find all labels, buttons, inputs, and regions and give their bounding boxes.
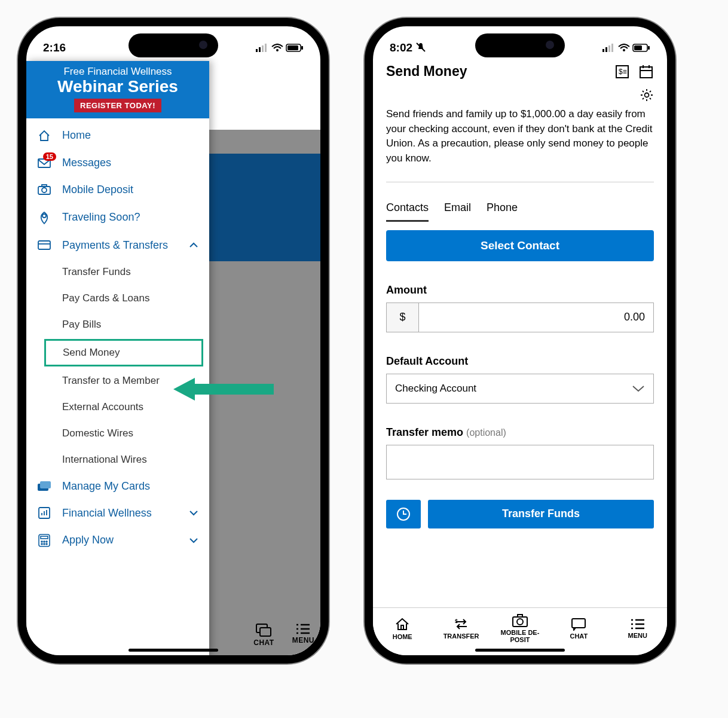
svg-marker-37 bbox=[173, 378, 274, 401]
wifi-icon bbox=[271, 44, 283, 52]
chart-icon bbox=[37, 507, 51, 519]
subitem-send-money[interactable]: Send Money bbox=[44, 339, 203, 366]
sidebar-item-deposit[interactable]: Mobile Deposit bbox=[26, 176, 209, 203]
memo-input[interactable] bbox=[386, 445, 654, 479]
svg-point-12 bbox=[42, 214, 46, 218]
sidebar-item-label: Manage My Cards bbox=[62, 480, 150, 493]
amount-input-group: $ bbox=[386, 303, 654, 332]
page-title: Send Money bbox=[386, 63, 467, 80]
calendar-icon[interactable] bbox=[638, 64, 654, 80]
svg-point-53 bbox=[645, 93, 649, 97]
bottom-chat[interactable]: CHAT bbox=[253, 623, 274, 647]
transfer-funds-button[interactable]: Transfer Funds bbox=[428, 500, 654, 528]
select-contact-button[interactable]: Select Contact bbox=[386, 230, 654, 261]
sidebar-item-label: Traveling Soon? bbox=[62, 211, 140, 224]
sidebar-item-home[interactable]: Home bbox=[26, 122, 209, 149]
sidebar-item-messages[interactable]: 15 Messages bbox=[26, 149, 209, 176]
svg-rect-3 bbox=[265, 44, 267, 52]
signal-icon bbox=[602, 44, 616, 52]
menu-icon bbox=[630, 618, 646, 630]
card-icon bbox=[37, 240, 51, 250]
subitem-domestic-wires[interactable]: Domestic Wires bbox=[26, 420, 209, 447]
subitem-pay-bills[interactable]: Pay Bills bbox=[26, 311, 209, 338]
nav-chat[interactable]: CHAT bbox=[557, 618, 600, 640]
camera-icon bbox=[37, 184, 51, 195]
chat-icon bbox=[255, 623, 272, 637]
nav-menu[interactable]: MENU bbox=[616, 618, 659, 640]
promo-line1: Free Financial Wellness bbox=[30, 66, 206, 78]
amount-input[interactable] bbox=[419, 303, 653, 332]
cards-icon bbox=[37, 481, 51, 491]
sidebar-item-label: Payments & Transfers bbox=[62, 239, 168, 252]
promo-cta[interactable]: REGISTER TODAY! bbox=[74, 99, 161, 112]
subitem-pay-cards[interactable]: Pay Cards & Loans bbox=[26, 285, 209, 311]
battery-icon bbox=[286, 44, 304, 52]
svg-point-27 bbox=[44, 543, 45, 545]
svg-rect-59 bbox=[518, 615, 522, 617]
divider bbox=[386, 182, 654, 182]
sidebar-item-wellness[interactable]: Financial Wellness bbox=[26, 500, 209, 527]
phone-right: 8:02 Send Money $≡ Send friends and fami… bbox=[365, 18, 675, 664]
chevron-down-icon bbox=[632, 385, 645, 392]
phone-notch bbox=[129, 33, 218, 57]
nav-deposit[interactable]: MOBILE DE- POSIT bbox=[498, 614, 542, 643]
svg-rect-11 bbox=[42, 185, 47, 187]
svg-rect-7 bbox=[301, 46, 303, 50]
settings-icon[interactable] bbox=[640, 88, 654, 102]
tab-email[interactable]: Email bbox=[444, 201, 471, 222]
intro-text: Send friends and family up to $1,000.00 … bbox=[386, 107, 654, 166]
chevron-down-icon bbox=[189, 510, 198, 516]
sidebar-item-label: Mobile Deposit bbox=[62, 184, 133, 196]
home-icon bbox=[394, 617, 410, 631]
subitem-intl-wires[interactable]: International Wires bbox=[26, 447, 209, 473]
svg-point-4 bbox=[276, 49, 279, 51]
pin-icon bbox=[37, 210, 51, 225]
bottom-nav: HOME $ TRANSFER MOBILE DE- POSIT CHAT ME… bbox=[373, 607, 667, 655]
svg-rect-40 bbox=[605, 47, 607, 52]
schedule-button[interactable] bbox=[386, 500, 421, 528]
currency-symbol: $ bbox=[387, 303, 419, 332]
nav-home[interactable]: HOME bbox=[381, 617, 424, 641]
sidebar-item-label: Financial Wellness bbox=[62, 507, 152, 520]
svg-rect-13 bbox=[38, 241, 50, 249]
sidebar-item-travel[interactable]: Traveling Soon? bbox=[26, 203, 209, 232]
camera-icon bbox=[512, 614, 528, 627]
annotation-arrow bbox=[173, 375, 275, 403]
receipt-icon[interactable]: $≡ bbox=[614, 64, 630, 80]
svg-rect-0 bbox=[256, 49, 258, 52]
contact-tabs: Contacts Email Phone bbox=[386, 201, 654, 222]
svg-point-43 bbox=[623, 49, 625, 51]
battery-icon bbox=[632, 44, 650, 52]
svg-point-26 bbox=[41, 543, 42, 545]
svg-point-58 bbox=[517, 619, 523, 625]
sidebar-item-label: Home bbox=[62, 129, 91, 142]
account-select[interactable]: Checking Account bbox=[386, 374, 654, 404]
svg-rect-1 bbox=[259, 47, 261, 52]
sidebar-item-label: Apply Now bbox=[62, 534, 114, 546]
bottom-bar-peek: CHAT MENU bbox=[253, 623, 314, 647]
sidebar-item-payments[interactable]: Payments & Transfers bbox=[26, 232, 209, 259]
subitem-transfer-funds[interactable]: Transfer Funds bbox=[26, 259, 209, 285]
svg-rect-41 bbox=[608, 45, 610, 52]
tab-contacts[interactable]: Contacts bbox=[386, 201, 429, 222]
bottom-menu[interactable]: MENU bbox=[292, 623, 314, 647]
svg-point-28 bbox=[46, 543, 47, 545]
account-value: Checking Account bbox=[395, 383, 476, 395]
promo-banner[interactable]: Free Financial Wellness Webinar Series R… bbox=[26, 61, 209, 118]
home-indicator[interactable] bbox=[129, 649, 218, 652]
sidebar-item-apply[interactable]: Apply Now bbox=[26, 527, 209, 554]
wifi-icon bbox=[618, 44, 630, 52]
home-indicator[interactable] bbox=[475, 649, 565, 652]
svg-text:$≡: $≡ bbox=[619, 68, 627, 76]
sidebar-item-cards[interactable]: Manage My Cards bbox=[26, 473, 209, 500]
svg-rect-49 bbox=[640, 67, 652, 78]
svg-rect-30 bbox=[260, 628, 271, 636]
svg-rect-46 bbox=[648, 46, 650, 50]
svg-point-10 bbox=[42, 188, 47, 193]
nav-transfer[interactable]: $ TRANSFER bbox=[440, 618, 483, 640]
tab-phone[interactable]: Phone bbox=[487, 201, 518, 222]
svg-rect-45 bbox=[634, 45, 642, 50]
svg-text:$: $ bbox=[455, 618, 458, 624]
svg-point-25 bbox=[46, 541, 47, 542]
clock-icon bbox=[396, 506, 411, 522]
